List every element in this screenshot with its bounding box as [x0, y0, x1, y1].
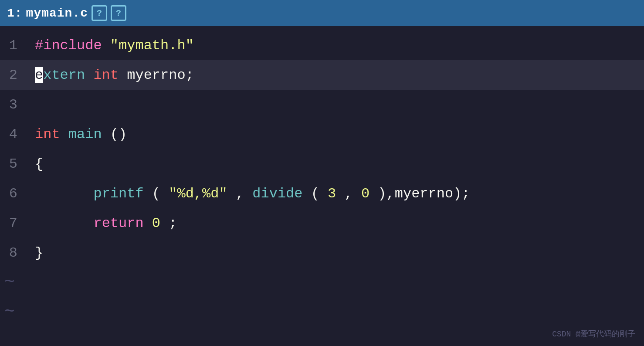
code-line-8: 8 }: [0, 238, 644, 268]
code-line-6: 6 printf ( "%d,%d" , divide ( 3 , 0 ),my…: [0, 179, 644, 208]
arg-0: 0: [361, 186, 369, 202]
line-content-8: }: [26, 245, 644, 261]
tilde-line-2: ~: [0, 297, 644, 327]
code-line-7: 7 return 0 ;: [0, 208, 644, 238]
code-line-3: 3: [0, 90, 644, 119]
line-number-1: 1: [0, 37, 26, 54]
code-line-1: 1 #include "mymath.h": [0, 31, 644, 60]
editor-container: 1: mymain.c ? ? 1 #include "mymath.h" 2 …: [0, 0, 644, 346]
line-content-1: #include "mymath.h": [26, 37, 644, 54]
line-content-6: printf ( "%d,%d" , divide ( 3 , 0 ),myer…: [26, 186, 644, 202]
line-content-4: int main (): [26, 126, 644, 142]
printf-function: printf: [93, 186, 143, 202]
line-content-2: extern int myerrno;: [26, 67, 644, 83]
arg-3: 3: [328, 186, 336, 202]
line-number-7: 7: [0, 215, 26, 231]
line-content-5: {: [26, 156, 644, 172]
line-content-7: return 0 ;: [26, 215, 644, 231]
open-brace: {: [35, 156, 43, 172]
tilde-line-1: ~: [0, 268, 644, 297]
line-number-3: 3: [0, 97, 26, 113]
code-line-5: 5 {: [0, 149, 644, 179]
preprocessor-keyword: #include: [35, 37, 102, 54]
int-keyword-2: int: [93, 67, 119, 83]
tab-number: 1:: [7, 7, 23, 20]
tab-icon-1[interactable]: ?: [92, 5, 107, 21]
format-string: "%d,%d": [169, 186, 227, 202]
tab-icon-2[interactable]: ?: [111, 5, 126, 21]
int-keyword-4: int: [35, 126, 60, 142]
tab-bar: 1: mymain.c ? ?: [0, 0, 644, 26]
code-area[interactable]: 1 #include "mymath.h" 2 extern int myerr…: [0, 26, 644, 346]
tab-filename: mymain.c: [26, 7, 88, 20]
watermark: CSDN @爱写代码的刚子: [552, 329, 635, 339]
line-number-8: 8: [0, 245, 26, 261]
line-number-4: 4: [0, 126, 26, 142]
line-number-5: 5: [0, 156, 26, 172]
line-number-2: 2: [0, 67, 26, 83]
line-number-6: 6: [0, 186, 26, 202]
myerrno-text: myerrno;: [127, 67, 194, 83]
include-string: "mymath.h": [110, 37, 194, 54]
return-keyword: return: [93, 215, 143, 231]
close-brace: }: [35, 245, 43, 261]
cursor: e: [35, 67, 43, 83]
code-line-4: 4 int main (): [0, 119, 644, 149]
extern-keyword: xtern: [43, 67, 85, 83]
main-function: main: [68, 126, 102, 142]
divide-function: divide: [252, 186, 302, 202]
code-line-2: 2 extern int myerrno;: [0, 60, 644, 90]
return-value: 0: [152, 215, 160, 231]
